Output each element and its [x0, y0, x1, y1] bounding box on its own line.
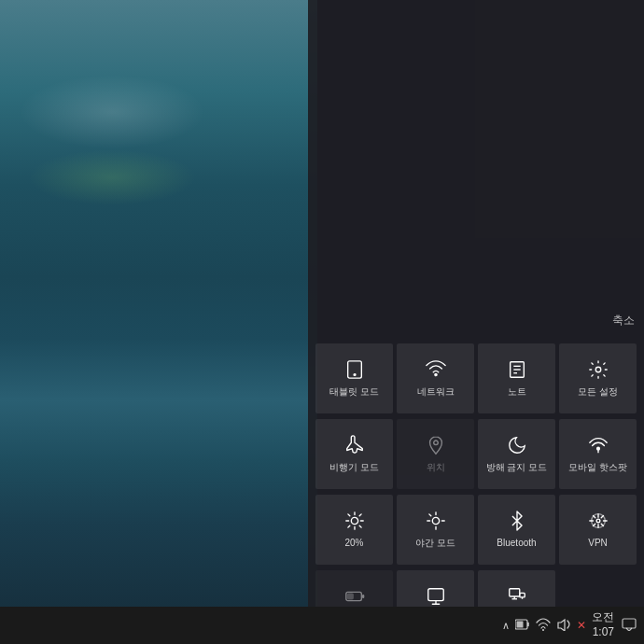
hotspot-label: 모바일 핫스팟 [567, 462, 629, 473]
close-taskbar-icon[interactable]: ✕ [577, 619, 586, 632]
svg-rect-47 [623, 619, 636, 628]
quick-actions-grid: 태블릿 모드 네트워크 [308, 338, 644, 644]
tablet-mode-label: 태블릿 모드 [328, 386, 381, 398]
svg-rect-38 [509, 589, 519, 596]
svg-point-11 [351, 517, 357, 524]
night-mode-label: 야간 모드 [413, 538, 457, 549]
taskbar-system-icons: ∧ ✕ [502, 618, 586, 634]
tile-note[interactable]: 노트 [478, 343, 555, 413]
battery-taskbar-icon[interactable] [515, 619, 530, 633]
svg-rect-45 [517, 621, 524, 627]
hotspot-icon [588, 435, 609, 458]
tile-do-not-disturb[interactable]: 방해 금지 모드 [478, 419, 555, 489]
tablet-icon [344, 359, 365, 383]
time-value: 1:07 [592, 625, 614, 640]
svg-line-18 [347, 525, 349, 527]
svg-point-7 [595, 367, 601, 372]
tile-bluetooth[interactable]: Bluetooth [478, 495, 555, 565]
svg-point-8 [433, 441, 438, 445]
tile-location[interactable]: 위치 [397, 419, 474, 489]
network-label: 네트워크 [415, 386, 456, 398]
svg-point-46 [542, 629, 544, 631]
network-icon [426, 359, 446, 383]
tile-hotspot[interactable]: 모바일 핫스팟 [559, 419, 637, 489]
action-center: 축소 태블릿 모드 [308, 0, 644, 644]
tile-airplane-mode[interactable]: 비행기 모드 [315, 419, 393, 489]
tile-row-1: 태블릿 모드 네트워크 [314, 342, 638, 415]
tile-tablet-mode[interactable]: 태블릿 모드 [315, 343, 393, 413]
svg-rect-35 [427, 589, 443, 601]
bluetooth-icon [507, 511, 527, 534]
svg-rect-41 [519, 593, 525, 597]
network-taskbar-icon[interactable] [536, 618, 551, 634]
chevron-up-icon[interactable]: ∧ [502, 620, 510, 632]
svg-line-19 [359, 514, 361, 516]
brightness-icon [344, 511, 365, 534]
svg-line-28 [593, 516, 595, 518]
tile-network[interactable]: 네트워크 [397, 343, 474, 413]
svg-line-15 [359, 525, 361, 527]
bluetooth-label: Bluetooth [495, 538, 538, 549]
svg-rect-34 [347, 594, 353, 599]
tile-night-mode[interactable]: 야간 모드 [397, 495, 474, 565]
svg-point-26 [596, 519, 600, 523]
airplane-label: 비행기 모드 [328, 462, 381, 473]
svg-line-29 [601, 516, 603, 518]
tile-vpn[interactable]: VPN [559, 495, 637, 565]
note-icon [507, 359, 527, 383]
wallpaper [0, 0, 317, 616]
vpn-icon [588, 511, 609, 534]
vpn-label: VPN [586, 538, 609, 549]
svg-point-20 [432, 517, 439, 524]
svg-point-2 [434, 373, 436, 375]
svg-point-9 [596, 447, 599, 450]
svg-line-31 [601, 524, 603, 525]
svg-line-23 [428, 514, 430, 516]
svg-line-14 [347, 514, 349, 516]
airplane-icon [344, 435, 365, 458]
tile-row-2: 비행기 모드 위치 방해 금지 모드 [314, 417, 638, 491]
action-center-top: 축소 [308, 0, 644, 338]
moon-icon [507, 435, 527, 458]
taskbar-time[interactable]: 오전 1:07 [592, 610, 614, 639]
location-icon [426, 435, 446, 458]
taskbar: ∧ ✕ 오 [0, 607, 644, 644]
tile-brightness[interactable]: 20% [315, 495, 393, 565]
notification-taskbar-icon[interactable] [622, 618, 637, 634]
tile-all-settings[interactable]: 모든 설정 [559, 343, 637, 413]
volume-taskbar-icon[interactable] [556, 618, 571, 634]
svg-point-1 [354, 374, 356, 376]
location-label: 위치 [425, 462, 447, 473]
all-settings-label: 모든 설정 [576, 386, 620, 398]
settings-icon [588, 359, 609, 383]
note-label: 노트 [506, 386, 528, 398]
svg-line-30 [593, 524, 595, 525]
nightmode-icon [426, 511, 446, 534]
collapse-label[interactable]: 축소 [612, 313, 635, 329]
time-ampm: 오전 [592, 610, 614, 625]
do-not-disturb-label: 방해 금지 모드 [484, 462, 550, 473]
brightness-label: 20% [343, 538, 365, 549]
tile-row-3: 20% 야간 모드 [314, 493, 638, 567]
